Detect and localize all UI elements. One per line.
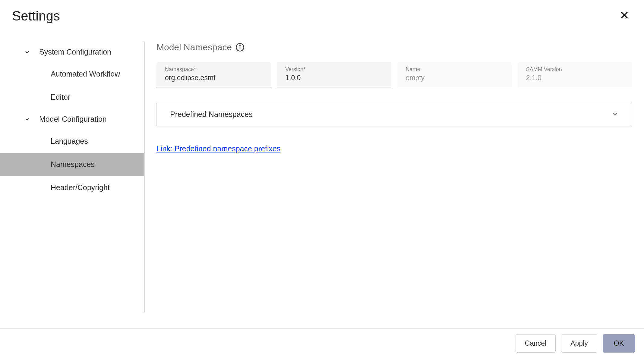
- sidebar-section-label: Model Configuration: [39, 115, 107, 124]
- sidebar-section-model-configuration[interactable]: Model Configuration: [0, 109, 144, 130]
- main-panel: Model Namespace Namespace* Version* Name: [144, 30, 644, 342]
- sidebar-item-header-copyright[interactable]: Header/Copyright: [0, 176, 144, 199]
- sidebar-section-label: System Configuration: [39, 48, 111, 56]
- cancel-button[interactable]: Cancel: [516, 334, 556, 353]
- samm-version-value: 2.1.0: [526, 74, 623, 82]
- main-title-row: Model Namespace: [156, 42, 632, 52]
- sidebar-item-label: Languages: [51, 137, 88, 145]
- sidebar-item-label: Header/Copyright: [51, 183, 110, 192]
- samm-version-field: SAMM Version 2.1.0: [518, 62, 632, 87]
- field-label: Version*: [285, 66, 383, 73]
- sidebar-section-system-configuration[interactable]: System Configuration: [0, 42, 144, 62]
- predefined-namespaces-panel[interactable]: Predefined Namespaces: [156, 102, 632, 127]
- chevron-down-icon: [24, 116, 30, 122]
- dialog-content: System Configuration Automated Workflow …: [0, 30, 644, 342]
- namespace-field[interactable]: Namespace*: [156, 62, 271, 87]
- name-value: empty: [406, 74, 503, 82]
- sidebar-item-label: Editor: [51, 93, 70, 101]
- predefined-namespace-prefixes-link[interactable]: Link: Predefined namespace prefixes: [156, 144, 280, 153]
- info-icon[interactable]: [235, 43, 245, 52]
- chevron-down-icon: [24, 49, 30, 55]
- sidebar-item-languages[interactable]: Languages: [0, 130, 144, 153]
- sidebar-item-namespaces[interactable]: Namespaces: [0, 153, 144, 176]
- main-title: Model Namespace: [156, 42, 232, 52]
- sidebar: System Configuration Automated Workflow …: [0, 30, 144, 342]
- name-field: Name empty: [397, 62, 512, 87]
- expansion-panel-title: Predefined Namespaces: [170, 110, 253, 119]
- sidebar-item-automated-workflow[interactable]: Automated Workflow: [0, 62, 144, 86]
- version-input[interactable]: [285, 74, 383, 82]
- fields-row: Namespace* Version* Name empty SAMM Vers…: [156, 62, 632, 87]
- sidebar-item-label: Automated Workflow: [51, 70, 120, 78]
- svg-point-4: [240, 45, 240, 46]
- version-field[interactable]: Version*: [277, 62, 391, 87]
- sidebar-item-label: Namespaces: [51, 160, 95, 168]
- apply-button[interactable]: Apply: [561, 334, 597, 353]
- chevron-down-icon: [612, 111, 618, 118]
- namespace-input[interactable]: [165, 74, 262, 82]
- field-label: SAMM Version: [526, 66, 623, 73]
- link-row: Link: Predefined namespace prefixes: [156, 144, 632, 153]
- close-icon[interactable]: [620, 11, 632, 21]
- ok-button[interactable]: OK: [603, 334, 635, 353]
- dialog-footer: Cancel Apply OK: [0, 328, 644, 358]
- dialog-header: Settings: [0, 0, 644, 30]
- field-label: Namespace*: [165, 66, 262, 73]
- sidebar-item-editor[interactable]: Editor: [0, 86, 144, 109]
- dialog-title: Settings: [12, 8, 60, 24]
- field-label: Name: [406, 66, 503, 73]
